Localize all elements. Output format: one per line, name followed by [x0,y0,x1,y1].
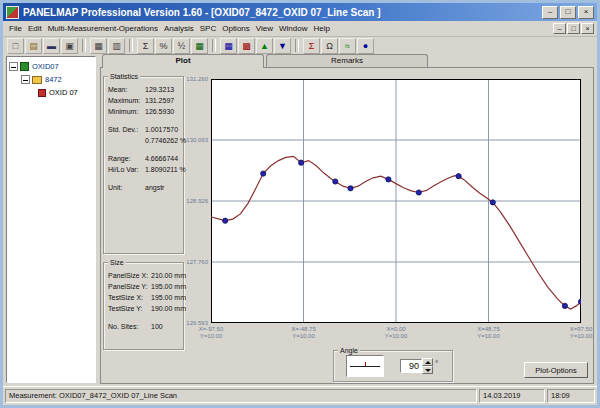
menu-options[interactable]: Options [219,23,253,34]
y-axis-tick-label: 128.926 [185,198,208,205]
angle-value-field[interactable]: 90 [400,359,422,373]
angle-spin-buttons [422,358,433,374]
percent-icon[interactable]: % [155,38,172,54]
tab-strip: Plot Remarks [102,54,594,68]
collapse-icon[interactable] [9,62,18,71]
tab-remarks[interactable]: Remarks [266,54,428,67]
tab-plot[interactable]: Plot [102,54,264,68]
data-point-marker [456,174,461,179]
menu-help[interactable]: Help [310,23,332,34]
plot-canvas [211,79,581,323]
data-point-marker [562,303,567,308]
cascade-windows-icon[interactable]: ▥ [108,38,125,54]
plot-tab-content: Statistics Mean:129.3213 Maximum:131.259… [100,67,594,384]
angle-spinner: 90 ° [400,358,438,374]
line-scan-chart: 131.260130.093128.926127.760126.593X=-97… [185,71,591,343]
tree-item-oxid07[interactable]: OXID07 [7,60,95,73]
main-area: OXID07 8472 OXID 07 Plot Remarks Statist… [3,54,597,386]
stat-row-mean: Mean:129.3213 [108,86,181,97]
mdi-window-controls: – □ × [553,23,597,34]
mdi-close-button[interactable]: × [581,23,594,34]
menu-view[interactable]: View [253,23,276,34]
tree-item-8472[interactable]: 8472 [7,73,95,86]
size-row-no-sites: No. Sites:100 [108,323,181,334]
data-point-marker [348,186,353,191]
sigma-red-icon[interactable]: Σ [303,38,320,54]
size-row-testsize-x: TestSize X:195.00 mm [108,294,181,305]
x-axis-tick-label: X=48.75Y=10.00 [469,326,509,340]
print-icon[interactable]: ▣ [61,38,78,54]
statistics-group: Statistics Mean:129.3213 Maximum:131.259… [103,76,184,254]
map-blue-icon[interactable]: ▦ [220,38,237,54]
y-axis-tick-label: 130.093 [185,137,208,144]
close-button[interactable]: × [578,6,594,19]
angle-group-title: Angle [338,346,360,355]
menu-file[interactable]: File [6,23,25,34]
x-axis-tick-label: X=-97.50Y=10.00 [191,326,231,340]
collapse-icon[interactable] [21,75,30,84]
status-measurement: Measurement: OXID07_8472_OXID 07_Line Sc… [5,389,477,403]
tree-item-oxid-07[interactable]: OXID 07 [7,86,95,99]
plot-options-button[interactable]: Plot-Options [524,362,588,378]
chart-down-icon[interactable]: ▼ [274,38,291,54]
data-point-marker [223,218,228,223]
ratio-icon[interactable]: ½ [173,38,190,54]
menu-window[interactable]: Window [276,23,310,34]
x-axis-tick-label: X=0.00Y=10.00 [376,326,416,340]
data-point-marker [416,190,421,195]
spin-down-icon[interactable] [422,366,433,374]
statistics-group-title: Statistics [108,72,140,81]
measurement-icon [38,89,46,97]
map-red-icon[interactable]: ▩ [238,38,255,54]
mdi-minimize-button[interactable]: – [553,23,566,34]
omega-icon[interactable]: Ω [321,38,338,54]
table-green-icon[interactable]: ▦ [191,38,208,54]
dot-blue-icon[interactable]: ● [357,38,374,54]
menu-multi-measurement-operations[interactable]: Multi-Measurement-Operations [45,23,161,34]
angle-group: Angle 90 ° [333,350,453,382]
app-icon [6,6,19,19]
size-row-testsize-y: TestSize Y:190.00 mm [108,305,181,316]
mdi-restore-button[interactable]: □ [567,23,580,34]
tree-item-label: OXID 07 [49,88,78,97]
window-controls: – □ × [542,6,594,19]
maximize-button[interactable]: □ [560,6,576,19]
folder-icon [32,76,42,84]
size-row-panelsize-y: PanelSize Y:195.00 mm [108,283,181,294]
document-panel: Plot Remarks Statistics Mean:129.3213 Ma… [100,54,594,384]
data-point-marker [490,200,495,205]
size-group: Size PanelSize X:210.00 mm PanelSize Y:1… [103,262,184,350]
open-icon[interactable]: ▤ [25,38,42,54]
stat-row-std-dev-percent: 0.7746262 % [108,137,181,148]
data-point-marker [299,160,304,165]
spin-up-icon[interactable] [422,358,433,366]
x-axis-tick-label: X=97.50Y=10.00 [561,326,600,340]
window-title: PANELMAP Professional Version 1.60 - [OX… [23,7,542,18]
stat-row-std-dev: Std. Dev.:1.0017570 [108,126,181,137]
angle-indicator [346,355,384,377]
y-axis-tick-label: 127.760 [185,259,208,266]
measurement-tree: OXID07 8472 OXID 07 [6,56,96,383]
toolbar-separator [129,39,133,52]
save-icon[interactable]: ▬ [43,38,60,54]
menu-analysis[interactable]: Analysis [161,23,197,34]
size-row-panelsize-x: PanelSize X:210.00 mm [108,272,181,283]
tree-item-label: OXID07 [32,62,59,71]
new-icon[interactable]: □ [7,38,24,54]
minimize-button[interactable]: – [542,6,558,19]
x-axis-tick-label: X=-48.75Y=10.00 [284,326,324,340]
sum-icon[interactable]: Σ [137,38,154,54]
menu-edit[interactable]: Edit [25,23,45,34]
wave-green-icon[interactable]: ≈ [339,38,356,54]
data-point-marker [578,299,581,304]
chart-up-icon[interactable]: ▲ [256,38,273,54]
project-icon [20,62,29,71]
tile-windows-icon[interactable]: ▦ [90,38,107,54]
size-group-title: Size [108,258,126,267]
toolbar-separator [82,39,86,52]
toolbar-separator [212,39,216,52]
y-axis-tick-label: 131.260 [185,76,208,83]
menu-spc[interactable]: SPC [197,23,219,34]
screen: { "window": { "title": "PANELMAP Profess… [0,0,600,408]
status-time: 18:09 [547,389,595,403]
